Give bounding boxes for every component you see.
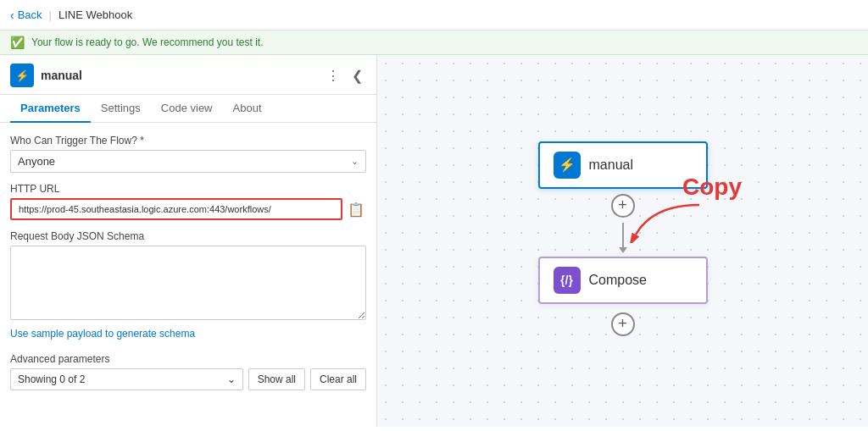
- who-can-trigger-dropdown[interactable]: Anyone ⌄: [10, 150, 366, 173]
- request-body-group: Request Body JSON Schema Use sample payl…: [10, 230, 366, 340]
- tab-about[interactable]: About: [223, 95, 272, 123]
- back-label: Back: [18, 8, 42, 21]
- page-title: LINE Webhook: [58, 8, 132, 21]
- tabs: Parameters Settings Code view About: [0, 95, 376, 123]
- check-circle-icon: ✅: [10, 36, 25, 49]
- add-step-button-bottom[interactable]: +: [611, 312, 635, 336]
- add-step-button-top[interactable]: +: [611, 194, 635, 218]
- chevron-down-icon-adv: ⌄: [227, 373, 236, 385]
- tab-code-view[interactable]: Code view: [151, 95, 223, 123]
- back-arrow-icon: ‹: [10, 8, 14, 22]
- tab-parameters[interactable]: Parameters: [10, 95, 91, 123]
- manual-node[interactable]: ⚡ manual: [538, 141, 708, 189]
- panel-content: Who Can Trigger The Flow? * Anyone ⌄ HTT…: [0, 123, 376, 402]
- panel-header-right: ⋮ ❮: [323, 66, 366, 86]
- copy-url-button[interactable]: 📋: [346, 200, 366, 219]
- who-can-trigger-group: Who Can Trigger The Flow? * Anyone ⌄: [10, 135, 366, 173]
- lightning-icon: ⚡: [15, 69, 29, 82]
- who-can-trigger-label: Who Can Trigger The Flow? *: [10, 135, 366, 146]
- banner: ✅ Your flow is ready to go. We recommend…: [0, 30, 868, 55]
- advanced-label: Advanced parameters: [10, 353, 366, 365]
- request-body-label: Request Body JSON Schema: [10, 230, 366, 242]
- collapse-panel-button[interactable]: ❮: [348, 66, 366, 86]
- canvas-panel: Copy ⚡ manual +: [377, 55, 868, 427]
- manual-node-icon: ⚡: [554, 152, 581, 179]
- chevron-down-icon: ⌄: [351, 156, 359, 167]
- panel-icon: ⚡: [10, 64, 34, 87]
- braces-icon: {/}: [560, 274, 573, 287]
- panel-header-left: ⚡ manual: [10, 64, 82, 87]
- advanced-dropdown[interactable]: Showing 0 of 2 ⌄: [10, 368, 243, 390]
- manual-node-label: manual: [589, 157, 633, 173]
- separator: |: [49, 8, 52, 21]
- http-url-input[interactable]: [10, 198, 342, 220]
- panel-title: manual: [41, 69, 82, 82]
- who-can-trigger-value: Anyone: [18, 155, 55, 168]
- left-panel: ⚡ manual ⋮ ❮ Parameters Settings Code vi…: [0, 55, 377, 427]
- advanced-parameters-section: Advanced parameters Showing 0 of 2 ⌄ Sho…: [10, 353, 366, 390]
- flow-canvas: ⚡ manual + {/} Compose +: [377, 55, 868, 427]
- clear-all-button[interactable]: Clear all: [310, 368, 366, 390]
- compose-node-label: Compose: [589, 273, 647, 288]
- http-url-label: HTTP URL: [10, 183, 366, 195]
- banner-message: Your flow is ready to go. We recommend y…: [31, 36, 263, 48]
- top-bar: ‹ Back | LINE Webhook: [0, 0, 868, 30]
- compose-node-icon: {/}: [554, 267, 581, 294]
- sample-payload-link[interactable]: Use sample payload to generate schema: [10, 328, 195, 340]
- advanced-showing: Showing 0 of 2: [18, 373, 85, 385]
- main-layout: ⚡ manual ⋮ ❮ Parameters Settings Code vi…: [0, 55, 868, 427]
- schema-textarea[interactable]: [10, 246, 366, 320]
- lightning-node-icon: ⚡: [559, 157, 576, 173]
- url-field-wrap: 📋: [10, 198, 366, 220]
- back-button[interactable]: ‹ Back: [10, 8, 42, 22]
- panel-header: ⚡ manual ⋮ ❮: [0, 55, 376, 95]
- advanced-row: Showing 0 of 2 ⌄ Show all Clear all: [10, 368, 366, 390]
- connector-line: [622, 223, 624, 248]
- http-url-group: HTTP URL 📋: [10, 183, 366, 220]
- show-all-button[interactable]: Show all: [248, 368, 305, 390]
- tab-settings[interactable]: Settings: [91, 95, 151, 123]
- compose-node[interactable]: {/} Compose: [538, 257, 708, 304]
- more-options-button[interactable]: ⋮: [323, 66, 343, 86]
